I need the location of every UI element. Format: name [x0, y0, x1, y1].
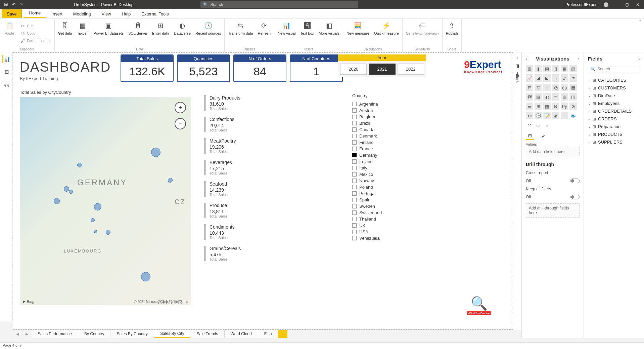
- checkbox-icon[interactable]: [352, 223, 357, 228]
- chevron-down-icon[interactable]: ⌄: [588, 109, 591, 113]
- category-item[interactable]: Condiments10,443Total Sales: [204, 224, 305, 240]
- category-item[interactable]: Seafood14,239Total Sales: [204, 181, 305, 197]
- checkbox-icon[interactable]: [352, 153, 357, 157]
- country-filter-item[interactable]: Austria: [352, 107, 413, 114]
- field-table[interactable]: ⌄⊞CATEGORIES: [588, 76, 640, 84]
- area-chart-icon[interactable]: ◢: [535, 74, 542, 82]
- dataverse-button[interactable]: ◐Dataverse: [173, 20, 192, 47]
- field-table[interactable]: ⌄⊞ORDERDETAILS: [588, 107, 640, 115]
- model-view-button[interactable]: ⿻: [2, 81, 10, 89]
- publish-button[interactable]: ⇪Publish: [445, 20, 459, 47]
- save-icon[interactable]: 🖫: [4, 2, 8, 7]
- checkbox-icon[interactable]: [352, 185, 357, 189]
- checkbox-icon[interactable]: [352, 172, 357, 177]
- 100-bar-icon[interactable]: ▦: [561, 65, 568, 72]
- text-box-button[interactable]: 🅰Text box: [299, 20, 315, 47]
- enter-data-button[interactable]: ⊞Enter data: [151, 20, 171, 47]
- chevron-down-icon[interactable]: ⌄: [588, 102, 591, 105]
- year-chip[interactable]: 2021: [369, 64, 395, 75]
- chevron-down-icon[interactable]: ⌄: [588, 86, 591, 90]
- tab-insert[interactable]: Insert: [46, 10, 68, 18]
- country-filter-item[interactable]: Mexico: [352, 171, 413, 178]
- checkbox-icon[interactable]: [352, 236, 357, 240]
- checkbox-icon[interactable]: [352, 102, 357, 106]
- slicer-icon[interactable]: ☰: [526, 103, 533, 110]
- field-table[interactable]: ⌄⊞Preparation: [588, 123, 640, 130]
- filters-pane-collapsed[interactable]: ‹ ◨ Filters: [513, 52, 521, 329]
- chevron-down-icon[interactable]: ⌄: [588, 78, 591, 82]
- line-column-2-icon[interactable]: ⫽: [561, 74, 568, 82]
- kpi-icon[interactable]: ◫: [569, 93, 577, 101]
- country-filter-item[interactable]: Belgium: [352, 114, 413, 120]
- undo-icon[interactable]: ↶: [12, 2, 15, 7]
- checkbox-icon[interactable]: [352, 108, 357, 113]
- kpi-card[interactable]: N of Orders84: [233, 54, 286, 82]
- chevron-left-icon[interactable]: ‹: [526, 56, 527, 62]
- country-filter-item[interactable]: Thailand: [352, 216, 413, 222]
- drill-through-well[interactable]: Add drill-through fields here: [526, 203, 580, 218]
- map-bubble[interactable]: [106, 230, 110, 235]
- map-visual[interactable]: Total Sales by CityCountry GERMANY LUXEM…: [20, 90, 201, 305]
- fields-search[interactable]: 🔍 Search: [588, 65, 640, 73]
- stacked-bar-icon[interactable]: ▥: [526, 65, 533, 72]
- cut-button[interactable]: ✂Cut: [19, 23, 34, 29]
- funnel-icon[interactable]: ▽: [535, 84, 542, 91]
- country-filter-item[interactable]: Spain: [352, 197, 413, 203]
- chevron-down-icon[interactable]: ⌄: [588, 132, 591, 136]
- more-viz-icon[interactable]: ⋯: [561, 112, 568, 119]
- qa-icon[interactable]: 💬: [535, 112, 542, 119]
- minimize-icon[interactable]: —: [614, 2, 619, 7]
- chevron-down-icon[interactable]: ⌄: [588, 140, 591, 144]
- map-bubble[interactable]: [91, 218, 95, 222]
- country-filter-item[interactable]: France: [352, 146, 413, 152]
- country-filter-item[interactable]: Poland: [352, 184, 413, 190]
- redo-icon[interactable]: ↷: [19, 2, 23, 7]
- country-filter-item[interactable]: Argentina: [352, 101, 413, 107]
- country-filter-item[interactable]: Sweden: [352, 203, 413, 209]
- country-filter-item[interactable]: Portugal: [352, 190, 413, 197]
- values-well[interactable]: Add data fields here: [526, 147, 580, 156]
- stacked-column-icon[interactable]: ▮: [535, 65, 542, 72]
- map-bubble[interactable]: [141, 272, 150, 281]
- report-view-button[interactable]: 📊: [2, 55, 10, 63]
- category-item[interactable]: Beverages17,215Total Sales: [204, 160, 305, 175]
- checkbox-icon[interactable]: [352, 159, 357, 164]
- checkbox-icon[interactable]: [352, 204, 357, 208]
- field-table[interactable]: ⌄⊞PRODUCTS: [588, 130, 640, 138]
- checkbox-icon[interactable]: [352, 127, 357, 132]
- avatar[interactable]: [604, 2, 608, 7]
- add-page-button[interactable]: +: [278, 330, 287, 338]
- country-filter-item[interactable]: Canada: [352, 126, 413, 133]
- category-item[interactable]: Confections20,614Total Sales: [204, 117, 305, 132]
- map-icon[interactable]: 🗺: [526, 93, 533, 101]
- multi-card-icon[interactable]: ▤: [561, 93, 568, 101]
- field-table[interactable]: ⌄⊞DimDate: [588, 92, 640, 100]
- category-sales-list[interactable]: Dairy Products31,610Total SalesConfectio…: [204, 95, 305, 261]
- page-tab[interactable]: By Country: [78, 330, 110, 338]
- custom-viz-1-icon[interactable]: 🐟: [569, 112, 577, 119]
- country-filter-item[interactable]: UK: [352, 222, 413, 229]
- category-item[interactable]: Produce13,811Total Sales: [204, 203, 305, 218]
- checkbox-icon[interactable]: [352, 179, 357, 183]
- page-nav-prev[interactable]: ◀: [13, 330, 22, 338]
- refresh-button[interactable]: ⟳Refresh: [257, 20, 272, 47]
- close-icon[interactable]: ✕: [636, 2, 641, 7]
- waterfall-icon[interactable]: ⊟: [526, 84, 533, 91]
- year-chip[interactable]: 2020: [340, 64, 367, 75]
- map-zoom-in[interactable]: +: [175, 102, 186, 113]
- checkbox-icon[interactable]: [352, 147, 357, 151]
- country-filter-item[interactable]: Brazil: [352, 120, 413, 126]
- map-bubble[interactable]: [69, 190, 73, 194]
- tab-modeling[interactable]: Modeling: [68, 10, 96, 18]
- data-view-button[interactable]: ⊞: [2, 68, 10, 76]
- page-nav-next[interactable]: ▶: [22, 330, 32, 338]
- matrix-icon[interactable]: ▦: [543, 103, 551, 110]
- checkbox-icon[interactable]: [352, 217, 357, 221]
- chevron-right-icon[interactable]: ›: [578, 56, 580, 62]
- page-tab[interactable]: Sales By Country: [110, 330, 154, 338]
- pbi-datasets-button[interactable]: ▣Power BI datasets: [92, 20, 125, 47]
- report-canvas[interactable]: DASHBOARD By 9Expert Training Total Sale…: [13, 52, 513, 329]
- page-tab[interactable]: Sale Trends: [190, 330, 224, 338]
- ribbon-collapse-icon[interactable]: ⌃: [639, 19, 642, 24]
- country-filter-item[interactable]: Denmark: [352, 133, 413, 139]
